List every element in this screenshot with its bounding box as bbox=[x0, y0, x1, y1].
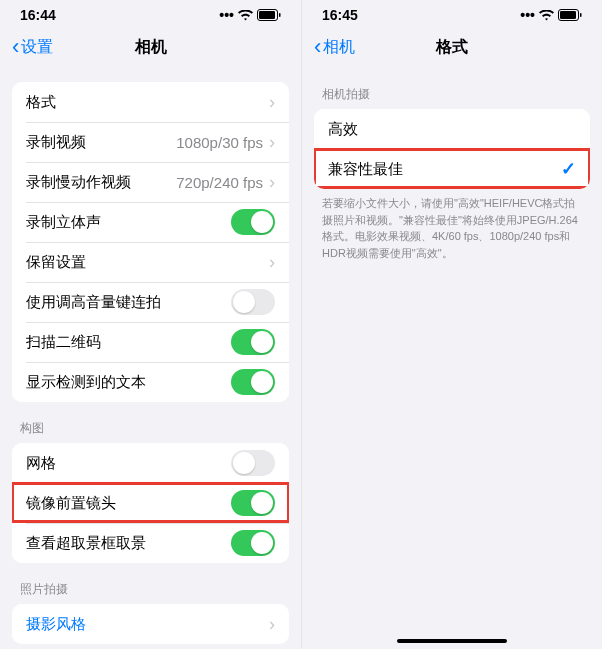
settings-group-composition: 网格 镜像前置镜头 查看超取景框取景 bbox=[12, 443, 289, 563]
status-time: 16:44 bbox=[20, 7, 219, 23]
row-label: 录制立体声 bbox=[26, 213, 101, 232]
wifi-icon bbox=[539, 10, 554, 21]
toggle-scan-qr[interactable] bbox=[231, 329, 275, 355]
toggle-view-outside-frame[interactable] bbox=[231, 530, 275, 556]
status-bar: 16:44 ••• bbox=[0, 4, 301, 26]
row-photographic-styles[interactable]: 摄影风格 › bbox=[12, 604, 289, 644]
content: 格式 › 录制视频 1080p/30 fps › 录制慢动作视频 720p/24… bbox=[0, 82, 301, 649]
status-bar: 16:45 ••• bbox=[302, 4, 602, 26]
toggle-volume-burst[interactable] bbox=[231, 289, 275, 315]
chevron-right-icon: › bbox=[269, 93, 275, 111]
formats-group: 高效 兼容性最佳 ✓ bbox=[314, 109, 590, 189]
row-label: 镜像前置镜头 bbox=[26, 494, 116, 513]
nav-bar: ‹ 相机 格式 bbox=[302, 26, 602, 68]
row-label: 查看超取景框取景 bbox=[26, 534, 146, 553]
toggle-mirror-front[interactable] bbox=[231, 490, 275, 516]
row-label: 网格 bbox=[26, 454, 56, 473]
section-header-composition: 构图 bbox=[0, 402, 301, 443]
chevron-right-icon: › bbox=[269, 615, 275, 633]
section-header-camera-capture: 相机拍摄 bbox=[302, 68, 602, 109]
settings-group-capture: 格式 › 录制视频 1080p/30 fps › 录制慢动作视频 720p/24… bbox=[12, 82, 289, 402]
row-record-slomo[interactable]: 录制慢动作视频 720p/240 fps › bbox=[12, 162, 289, 202]
cellular-icon: ••• bbox=[219, 7, 234, 23]
row-stereo-sound: 录制立体声 bbox=[12, 202, 289, 242]
row-label: 格式 bbox=[26, 93, 56, 112]
toggle-stereo-sound[interactable] bbox=[231, 209, 275, 235]
wifi-icon bbox=[238, 10, 253, 21]
row-record-video[interactable]: 录制视频 1080p/30 fps › bbox=[12, 122, 289, 162]
row-high-efficiency[interactable]: 高效 bbox=[314, 109, 590, 149]
formats-screen: 16:45 ••• ‹ 相机 格式 相机拍摄 高效 兼容性最佳 ✓ 若要缩小文件… bbox=[301, 0, 602, 649]
row-label: 录制视频 bbox=[26, 133, 86, 152]
camera-settings-screen: 16:44 ••• ‹ 设置 相机 格式 › 录制视频 1080p/30 fps… bbox=[0, 0, 301, 649]
svg-rect-1 bbox=[259, 11, 275, 19]
row-label: 扫描二维码 bbox=[26, 333, 101, 352]
row-grid: 网格 bbox=[12, 443, 289, 483]
nav-bar: ‹ 设置 相机 bbox=[0, 26, 301, 68]
status-icons: ••• bbox=[219, 7, 281, 23]
chevron-right-icon: › bbox=[269, 133, 275, 151]
back-button[interactable]: ‹ 相机 bbox=[314, 36, 355, 58]
footer-text-formats: 若要缩小文件大小，请使用"高效"HEIF/HEVC格式拍摄照片和视频。"兼容性最… bbox=[302, 189, 602, 261]
toggle-detected-text[interactable] bbox=[231, 369, 275, 395]
status-icons: ••• bbox=[520, 7, 582, 23]
home-indicator[interactable] bbox=[397, 639, 507, 643]
row-label: 显示检测到的文本 bbox=[26, 373, 146, 392]
battery-icon bbox=[257, 9, 281, 21]
row-label: 摄影风格 bbox=[26, 615, 86, 634]
toggle-grid[interactable] bbox=[231, 450, 275, 476]
row-value: 720p/240 fps bbox=[176, 174, 263, 191]
row-label: 保留设置 bbox=[26, 253, 86, 272]
cellular-icon: ••• bbox=[520, 7, 535, 23]
svg-rect-2 bbox=[279, 13, 281, 17]
row-view-outside-frame: 查看超取景框取景 bbox=[12, 523, 289, 563]
svg-rect-5 bbox=[580, 13, 582, 17]
back-label: 相机 bbox=[323, 37, 355, 58]
back-button[interactable]: ‹ 设置 bbox=[12, 36, 53, 58]
chevron-right-icon: › bbox=[269, 253, 275, 271]
chevron-left-icon: ‹ bbox=[12, 36, 19, 58]
row-label: 录制慢动作视频 bbox=[26, 173, 131, 192]
section-header-photo-capture: 照片拍摄 bbox=[0, 563, 301, 604]
row-volume-burst: 使用调高音量键连拍 bbox=[12, 282, 289, 322]
settings-group-photo: 摄影风格 › bbox=[12, 604, 289, 644]
row-preserve-settings[interactable]: 保留设置 › bbox=[12, 242, 289, 282]
row-detected-text: 显示检测到的文本 bbox=[12, 362, 289, 402]
battery-icon bbox=[558, 9, 582, 21]
row-label: 高效 bbox=[328, 120, 358, 139]
status-time: 16:45 bbox=[322, 7, 520, 23]
footer-text-styles: 将你的个人审美带进摄影作品，使照片更加个性化。"摄影风格"使用先进的场景理解技术… bbox=[0, 644, 301, 649]
row-scan-qr: 扫描二维码 bbox=[12, 322, 289, 362]
row-label: 兼容性最佳 bbox=[328, 160, 403, 179]
row-mirror-front: 镜像前置镜头 bbox=[12, 483, 289, 523]
checkmark-icon: ✓ bbox=[561, 158, 576, 180]
chevron-left-icon: ‹ bbox=[314, 36, 321, 58]
back-label: 设置 bbox=[21, 37, 53, 58]
row-label: 使用调高音量键连拍 bbox=[26, 293, 161, 312]
row-value: 1080p/30 fps bbox=[176, 134, 263, 151]
chevron-right-icon: › bbox=[269, 173, 275, 191]
row-formats[interactable]: 格式 › bbox=[12, 82, 289, 122]
content: 相机拍摄 高效 兼容性最佳 ✓ 若要缩小文件大小，请使用"高效"HEIF/HEV… bbox=[302, 68, 602, 261]
svg-rect-4 bbox=[560, 11, 576, 19]
row-most-compatible[interactable]: 兼容性最佳 ✓ bbox=[314, 149, 590, 189]
